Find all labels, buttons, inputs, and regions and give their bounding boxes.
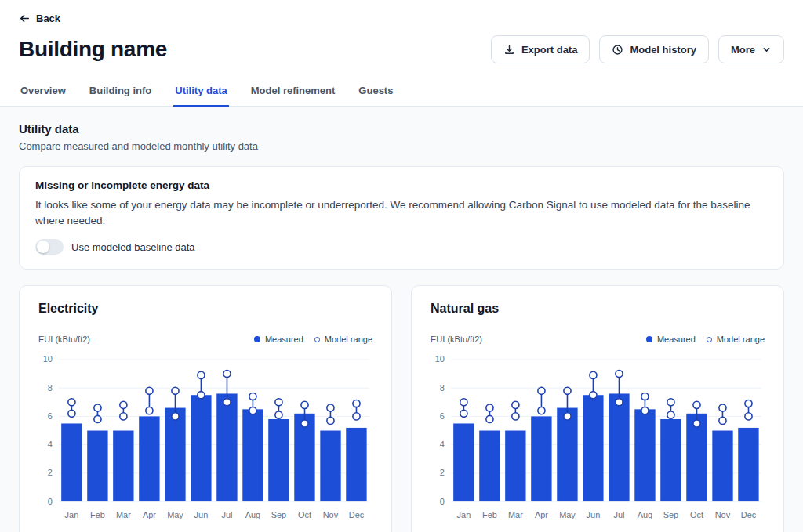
toggle-knob bbox=[37, 241, 49, 253]
section-title: Utility data bbox=[19, 122, 784, 136]
header: Back Building name Export data bbox=[0, 0, 803, 107]
svg-text:Aug: Aug bbox=[638, 510, 652, 519]
tab-model-refinement[interactable]: Model refinement bbox=[249, 78, 337, 107]
svg-text:4: 4 bbox=[48, 440, 53, 449]
svg-text:Nov: Nov bbox=[715, 510, 731, 519]
section-head: Utility data Compare measured and modele… bbox=[19, 122, 784, 152]
alert-body: It looks like some of your energy data m… bbox=[35, 197, 768, 228]
legend-model-range-label: Model range bbox=[717, 335, 765, 344]
svg-text:Sep: Sep bbox=[663, 510, 678, 519]
svg-text:May: May bbox=[559, 510, 576, 519]
natural-gas-legend: Measured Model range bbox=[646, 335, 765, 344]
electricity-chart: 0246810JanFebMarAprMayJunJulAugSepOctNov… bbox=[38, 350, 372, 532]
clock-icon bbox=[612, 44, 623, 56]
svg-text:Mar: Mar bbox=[116, 510, 131, 519]
measured-dot-icon bbox=[254, 336, 260, 342]
use-modeled-baseline-toggle[interactable] bbox=[35, 239, 64, 255]
charts-row: Electricity EUI (kBtu/ft2) Measured Mode… bbox=[19, 285, 784, 532]
main-content: Utility data Compare measured and modele… bbox=[0, 107, 803, 532]
tab-overview[interactable]: Overview bbox=[19, 78, 67, 107]
electricity-y-axis-label: EUI (kBtu/ft2) bbox=[38, 335, 90, 344]
more-label: More bbox=[731, 44, 755, 56]
more-button[interactable]: More bbox=[718, 35, 784, 63]
svg-text:4: 4 bbox=[440, 440, 445, 449]
download-icon bbox=[503, 44, 515, 56]
electricity-legend: Measured Model range bbox=[254, 335, 372, 344]
svg-text:10: 10 bbox=[435, 355, 445, 364]
legend-model-range-label: Model range bbox=[325, 335, 372, 344]
tab-bar: Overview Building info Utility data Mode… bbox=[0, 78, 803, 107]
svg-text:Oct: Oct bbox=[298, 510, 311, 519]
svg-text:0: 0 bbox=[48, 497, 53, 506]
back-label: Back bbox=[36, 13, 60, 24]
header-actions: Export data Model history More bbox=[491, 35, 784, 63]
svg-text:Jun: Jun bbox=[587, 510, 601, 519]
svg-text:Apr: Apr bbox=[535, 510, 548, 519]
toggle-label: Use modeled baseline data bbox=[71, 241, 195, 253]
model-range-dot-icon bbox=[707, 337, 712, 342]
section-subtitle: Compare measured and modeled monthly uti… bbox=[19, 140, 784, 152]
svg-text:6: 6 bbox=[48, 411, 53, 421]
svg-text:Sep: Sep bbox=[271, 510, 286, 519]
electricity-card: Electricity EUI (kBtu/ft2) Measured Mode… bbox=[19, 285, 392, 532]
svg-text:2: 2 bbox=[48, 468, 53, 477]
svg-text:Jul: Jul bbox=[221, 510, 232, 519]
model-history-button[interactable]: Model history bbox=[599, 35, 709, 63]
svg-text:Mar: Mar bbox=[508, 510, 523, 519]
natural-gas-chart: 0246810JanFebMarAprMayJunJulAugSepOctNov… bbox=[431, 350, 765, 532]
missing-data-alert: Missing or incomplete energy data It loo… bbox=[19, 166, 784, 270]
svg-text:Dec: Dec bbox=[741, 510, 757, 519]
model-history-label: Model history bbox=[630, 44, 696, 56]
svg-text:6: 6 bbox=[440, 411, 445, 421]
back-button[interactable]: Back bbox=[19, 13, 60, 24]
svg-text:Feb: Feb bbox=[90, 510, 105, 519]
svg-text:Jun: Jun bbox=[194, 510, 209, 519]
svg-text:Apr: Apr bbox=[143, 510, 156, 519]
natural-gas-card-title: Natural gas bbox=[431, 302, 765, 316]
legend-measured-label: Measured bbox=[657, 335, 696, 344]
svg-text:May: May bbox=[167, 510, 183, 519]
tab-building-info[interactable]: Building info bbox=[88, 78, 153, 107]
svg-text:0: 0 bbox=[440, 497, 445, 506]
svg-text:8: 8 bbox=[440, 383, 445, 393]
svg-text:Dec: Dec bbox=[349, 510, 365, 519]
svg-text:2: 2 bbox=[440, 468, 445, 477]
svg-text:Jan: Jan bbox=[457, 510, 471, 519]
svg-text:Jan: Jan bbox=[65, 510, 79, 519]
export-data-button[interactable]: Export data bbox=[491, 35, 590, 63]
svg-text:10: 10 bbox=[43, 355, 53, 364]
page-title: Building name bbox=[19, 37, 167, 62]
svg-text:8: 8 bbox=[48, 383, 53, 393]
svg-text:Feb: Feb bbox=[482, 510, 497, 519]
svg-text:Aug: Aug bbox=[245, 510, 260, 519]
chevron-down-icon bbox=[761, 45, 772, 55]
electricity-card-title: Electricity bbox=[38, 302, 372, 316]
measured-dot-icon bbox=[646, 336, 652, 342]
tab-guests[interactable]: Guests bbox=[357, 78, 394, 107]
svg-text:Nov: Nov bbox=[323, 510, 339, 519]
page: Back Building name Export data bbox=[0, 0, 803, 532]
legend-measured-label: Measured bbox=[265, 335, 303, 344]
model-range-dot-icon bbox=[314, 337, 320, 342]
natural-gas-card: Natural gas EUI (kBtu/ft2) Measured Mode… bbox=[411, 285, 784, 532]
arrow-left-icon bbox=[19, 13, 31, 24]
natural-gas-y-axis-label: EUI (kBtu/ft2) bbox=[431, 335, 482, 344]
tab-utility-data[interactable]: Utility data bbox=[173, 78, 228, 107]
export-data-label: Export data bbox=[521, 44, 578, 56]
svg-text:Oct: Oct bbox=[690, 510, 703, 519]
svg-text:Jul: Jul bbox=[613, 510, 624, 519]
alert-title: Missing or incomplete energy data bbox=[35, 179, 768, 191]
